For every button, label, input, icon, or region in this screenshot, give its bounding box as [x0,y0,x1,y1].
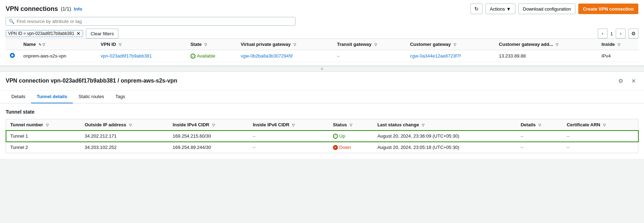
tab-tunnel-details[interactable]: Tunnel details [31,90,73,103]
status-down-icon: ✕ [333,145,338,150]
details-header[interactable]: Details ▽ [516,119,562,131]
filter-row: VPN ID = vpn-023ad6f17b9abb381 ✕ Clear f… [6,29,638,38]
tab-tags[interactable]: Tags [110,90,130,103]
clear-filters-button[interactable]: Clear filters [86,29,118,38]
tunnel-table: Tunnel number ▽ Outside IP address ▽ Ins… [6,119,638,153]
row-cgw: cgw-0a344e12ae8723f7f [406,50,495,62]
state-col-header[interactable]: State ▽ [186,39,236,50]
next-page-button[interactable]: › [616,29,626,38]
detail-header: VPN connection vpn-023ad6f17b9abb381 / o… [0,72,644,90]
detail-title: VPN connection vpn-023ad6f17b9abb381 / o… [6,78,177,84]
filter-tag: VPN ID = vpn-023ad6f17b9abb381 ✕ [6,30,83,37]
status-header[interactable]: Status ▽ [329,119,373,131]
outside-ip-sort-icon: ▽ [129,123,132,127]
vpn-id-link[interactable]: vpn-023ad6f17b9abb381 [101,53,152,59]
tgw-col-header[interactable]: Transit gateway ▽ [333,39,405,50]
cgw-link[interactable]: cgw-0a344e12ae8723f7f [410,53,461,59]
last-change-header[interactable]: Last status change ▽ [373,119,516,131]
status-sort-icon: ▽ [350,123,352,127]
actions-button[interactable]: Actions ▼ [485,4,516,14]
page-title-container: VPN connections (1/1) Info [6,5,82,13]
search-bar: 🔍 [6,17,295,26]
inside-ipv4-sort-icon: ▽ [212,123,215,127]
select-col-header [6,39,19,50]
search-input[interactable] [17,19,292,24]
top-bar: VPN connections (1/1) Info ↻ Actions ▼ D… [6,4,638,14]
page-number: 1 [610,31,613,36]
tunnel-status: ✓ Up [329,131,373,142]
detail-settings-icon: ⚙ [618,78,623,84]
panel-divider: = [0,66,644,72]
row-tgw: – [333,50,405,62]
tunnel-outside-ip: 34.202.212.171 [80,131,168,142]
cgw-sort-icon: ▽ [453,43,456,47]
divider-handle[interactable]: = [321,66,323,71]
tunnel-row: Tunnel 1 34.202.212.171 169.254.215.60/3… [6,131,638,142]
tunnel-number: Tunnel 2 [6,142,81,153]
tunnel-details: – [516,142,562,153]
vpg-sort-icon: ▽ [293,43,296,47]
download-button[interactable]: Download configuration [518,4,575,14]
tunnel-number: Tunnel 1 [6,131,81,142]
tunnel-row: Tunnel 2 34.203.102.252 169.254.89.244/3… [6,142,638,153]
status-down: ✕ Down [333,145,369,150]
cert-arn-header[interactable]: Certificate ARN ▽ [562,119,638,131]
tunnel-inside-ipv4: 169.254.215.60/30 [169,131,249,142]
refresh-button[interactable]: ↻ [470,4,482,14]
page-count: (1/1) [61,6,71,12]
next-page-icon: › [620,31,621,36]
row-vpn-id: vpn-023ad6f17b9abb381 [96,50,186,62]
tunnel-header-row: Tunnel number ▽ Outside IP address ▽ Ins… [6,119,638,131]
vpnid-col-header[interactable]: VPN ID ▽ [96,39,186,50]
inside-ipv6-sort-icon: ▽ [292,123,295,127]
remove-filter-button[interactable]: ✕ [76,31,81,36]
detail-panel: VPN connection vpn-023ad6f17b9abb381 / o… [0,72,644,159]
vpg-link[interactable]: vgw-0b2ba8a3b3072945f [241,53,293,59]
filter-tag-text: VPN ID = vpn-023ad6f17b9abb381 [8,31,74,36]
tunnel-number-header[interactable]: Tunnel number ▽ [6,119,81,131]
inside-col-header[interactable]: Inside ▽ [597,39,638,50]
inside-ipv6-header[interactable]: Inside IPv6 CIDR ▽ [248,119,329,131]
top-actions: ↻ Actions ▼ Download configuration Creat… [470,4,638,14]
detail-tabs: DetailsTunnel detailsStatic routesTags [0,90,644,103]
vpnid-sort-icon: ▽ [119,43,122,47]
cgw-col-header[interactable]: Customer gateway ▽ [406,39,495,50]
cgwaddr-col-header[interactable]: Customer gateway add... ▽ [495,39,597,50]
tunnel-outside-ip: 34.203.102.252 [80,142,168,153]
search-icon: 🔍 [9,19,14,24]
page-title: VPN connections [6,5,58,13]
status-up-icon: ✓ [333,134,338,139]
row-cgw-addr: 13.233.89.88 [495,50,597,62]
table-row[interactable]: onprem-aws-s2s-vpn vpn-023ad6f17b9abb381… [6,50,638,62]
refresh-icon: ↻ [474,6,479,12]
inside-ipv4-header[interactable]: Inside IPv4 CIDR ▽ [169,119,249,131]
tgw-sort-icon: ▽ [374,43,377,47]
detail-header-actions: ⚙ ✕ [616,76,638,86]
outside-ip-header[interactable]: Outside IP address ▽ [80,119,168,131]
cgwaddr-sort-icon: ▽ [556,43,558,47]
table-header-row: Name ✎ ▽ VPN ID ▽ State ▽ Virtual privat… [6,39,638,50]
create-vpn-button[interactable]: Create VPN connection [578,4,638,14]
detail-settings-button[interactable]: ⚙ [616,76,626,86]
row-select[interactable] [6,50,19,62]
tunnel-cert-arn: – [562,131,638,142]
tab-static-routes[interactable]: Static routes [73,90,110,103]
vpg-col-header[interactable]: Virtual private gateway ▽ [236,39,333,50]
status-label: Up [339,133,345,139]
detail-close-button[interactable]: ✕ [628,76,638,86]
details-sort-icon: ▽ [538,123,541,127]
state-available-icon: ✓ [191,54,195,59]
table-settings-button[interactable]: ⚙ [628,29,638,38]
settings-icon: ⚙ [631,31,636,36]
tab-details[interactable]: Details [6,90,31,103]
state-sort-icon: ▽ [204,43,207,47]
row-inside: IPv4 [597,50,638,62]
tunnel-details: – [516,131,562,142]
row-state: ✓ Available [186,50,236,62]
prev-page-button[interactable]: ‹ [598,29,608,38]
name-col-header[interactable]: Name ✎ ▽ [19,39,96,50]
radio-selected-icon [10,53,15,58]
tunnel-inside-ipv6: – [248,142,329,153]
info-link[interactable]: Info [74,6,82,12]
detail-content: Tunnel state Tunnel number ▽ Outside IP … [0,103,644,159]
